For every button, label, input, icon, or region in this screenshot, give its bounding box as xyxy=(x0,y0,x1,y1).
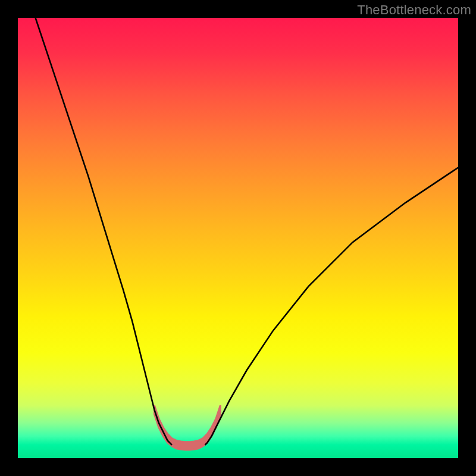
valley-band xyxy=(154,405,220,450)
chart-plot xyxy=(18,18,458,458)
left-curve-path xyxy=(36,18,172,445)
left-curve xyxy=(36,18,172,445)
watermark-label: TheBottleneck.com xyxy=(357,2,471,18)
right-curve-path xyxy=(205,168,459,445)
right-curve xyxy=(205,168,459,445)
valley-band-fill xyxy=(154,405,220,450)
chart-frame: TheBottleneck.com xyxy=(0,0,476,476)
